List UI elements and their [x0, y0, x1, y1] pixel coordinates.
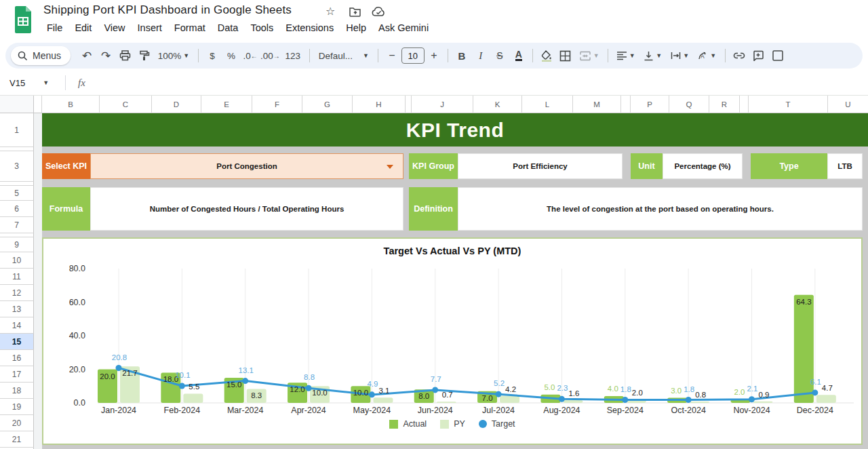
- column-header-B[interactable]: B: [42, 96, 100, 113]
- decrease-font-size-button[interactable]: −: [383, 47, 401, 64]
- search-menus-button[interactable]: Menus: [11, 46, 71, 65]
- unit-value[interactable]: Percentage (%): [663, 153, 743, 179]
- column-header-D[interactable]: D: [152, 96, 201, 113]
- column-header-J[interactable]: J: [412, 96, 473, 113]
- cell-reference-box[interactable]: V15▼: [0, 78, 58, 88]
- row-header-12[interactable]: 12: [0, 285, 34, 301]
- row-header-1[interactable]: 1: [0, 113, 34, 147]
- text-wrap-button[interactable]: ▼: [667, 47, 693, 64]
- merge-cells-icon: [579, 51, 591, 61]
- menu-view[interactable]: View: [98, 20, 131, 35]
- borders-button[interactable]: [557, 47, 574, 64]
- row-header-16[interactable]: 16: [0, 350, 34, 366]
- row-header-18[interactable]: 18: [0, 383, 34, 399]
- number-format-button[interactable]: 123: [281, 47, 304, 64]
- print-button[interactable]: [116, 47, 134, 64]
- row-header-15[interactable]: 15: [0, 334, 34, 350]
- formula-value[interactable]: Number of Congested Hours / Total Operat…: [90, 187, 403, 231]
- menu-data[interactable]: Data: [212, 20, 245, 35]
- move-folder-icon[interactable]: [349, 7, 361, 17]
- menu-format[interactable]: Format: [168, 20, 212, 35]
- text-color-button[interactable]: A: [510, 47, 528, 64]
- star-icon[interactable]: ☆: [326, 5, 335, 18]
- row-header-7[interactable]: 7: [0, 217, 34, 233]
- column-header-E[interactable]: E: [201, 96, 252, 113]
- row-header-6[interactable]: 6: [0, 201, 34, 217]
- row-header-9[interactable]: 9: [0, 237, 34, 252]
- insert-chart-button[interactable]: [769, 47, 787, 64]
- row-header-11[interactable]: 11: [0, 269, 34, 285]
- select-all-corner[interactable]: [0, 96, 34, 113]
- font-size-input[interactable]: 10: [401, 47, 425, 64]
- actual-bar: [794, 295, 814, 403]
- py-bar: [690, 402, 709, 403]
- column-header-S[interactable]: [740, 96, 749, 113]
- column-header-A[interactable]: [34, 96, 42, 113]
- row-header-20[interactable]: 20: [0, 415, 34, 431]
- menu-edit[interactable]: Edit: [68, 20, 98, 35]
- type-value[interactable]: LTB: [827, 153, 863, 179]
- strikethrough-button[interactable]: S: [491, 47, 509, 64]
- py-label: 5.5: [189, 383, 199, 391]
- menu-help[interactable]: Help: [340, 20, 372, 35]
- font-select[interactable]: Defaul...▼: [315, 47, 373, 64]
- format-percent-button[interactable]: %: [222, 47, 240, 64]
- y-axis-tick: 20.0: [69, 365, 85, 374]
- column-header-Q[interactable]: Q: [669, 96, 709, 113]
- zoom-select[interactable]: 100%▼: [154, 47, 193, 64]
- kpi-group-value[interactable]: Port Efficiency: [458, 153, 623, 179]
- merge-cells-button[interactable]: ▼: [576, 47, 603, 64]
- column-header-C[interactable]: C: [100, 96, 152, 113]
- column-header-G[interactable]: G: [302, 96, 353, 113]
- fill-color-button[interactable]: [538, 47, 555, 64]
- bold-button[interactable]: B: [453, 47, 471, 64]
- google-sheets-logo-icon[interactable]: [12, 5, 34, 35]
- row-header-14[interactable]: 14: [0, 317, 34, 334]
- italic-button[interactable]: I: [472, 47, 490, 64]
- row-header-3[interactable]: 3: [0, 151, 34, 182]
- column-header-L[interactable]: L: [522, 96, 573, 113]
- column-header-R[interactable]: R: [709, 96, 740, 113]
- increase-font-size-button[interactable]: +: [425, 47, 443, 64]
- menu-tools[interactable]: Tools: [244, 20, 279, 35]
- column-header-M[interactable]: M: [573, 96, 621, 113]
- vertical-align-button[interactable]: ▼: [640, 47, 666, 64]
- formula-input[interactable]: [85, 71, 868, 95]
- row-header-5[interactable]: 5: [0, 186, 34, 201]
- horizontal-align-button[interactable]: ▼: [613, 47, 639, 64]
- format-currency-button[interactable]: $: [203, 47, 221, 64]
- column-header-F[interactable]: F: [252, 96, 302, 113]
- text-rotation-button[interactable]: A ▼: [694, 47, 720, 64]
- row-header-17[interactable]: 17: [0, 366, 34, 383]
- menu-ask-gemini[interactable]: Ask Gemini: [372, 20, 435, 35]
- row-header-10[interactable]: 10: [0, 252, 34, 269]
- redo-button[interactable]: ↷: [97, 47, 115, 64]
- row-header-19[interactable]: 19: [0, 399, 34, 415]
- menu-file[interactable]: File: [41, 20, 68, 35]
- row-header-13[interactable]: 13: [0, 301, 34, 317]
- column-header-I[interactable]: [406, 96, 412, 113]
- column-header-K[interactable]: K: [473, 96, 522, 113]
- paint-format-button[interactable]: [135, 47, 153, 64]
- x-axis-label: Nov-2024: [733, 406, 770, 415]
- definition-value[interactable]: The level of congestion at the port base…: [458, 187, 863, 231]
- menu-insert[interactable]: Insert: [132, 20, 168, 35]
- kpi-trend-chart[interactable]: Target Vs Actual Vs PY (MTD) 0.020.040.0…: [42, 237, 863, 445]
- kpi-select-dropdown[interactable]: Port Congestion: [90, 153, 403, 179]
- py-bar: [373, 397, 393, 403]
- column-header-T[interactable]: T: [749, 96, 828, 113]
- column-header-U[interactable]: U: [828, 96, 868, 113]
- cloud-saved-icon[interactable]: [372, 7, 386, 17]
- increase-decimal-button[interactable]: .00→: [260, 47, 280, 64]
- row-header-21[interactable]: 21: [0, 431, 34, 448]
- insert-link-button[interactable]: [730, 47, 748, 64]
- document-title[interactable]: Shipping Port KPI Dashboard in Google Sh…: [43, 3, 292, 17]
- decrease-decimal-button[interactable]: .0←: [241, 47, 259, 64]
- insert-comment-button[interactable]: [749, 47, 767, 64]
- formula-bar: V15▼ fx: [0, 71, 868, 96]
- undo-button[interactable]: ↶: [78, 47, 96, 64]
- column-header-P[interactable]: P: [631, 96, 669, 113]
- column-header-O[interactable]: [621, 96, 631, 113]
- menu-extensions[interactable]: Extensions: [279, 20, 340, 35]
- column-header-H[interactable]: H: [353, 96, 406, 113]
